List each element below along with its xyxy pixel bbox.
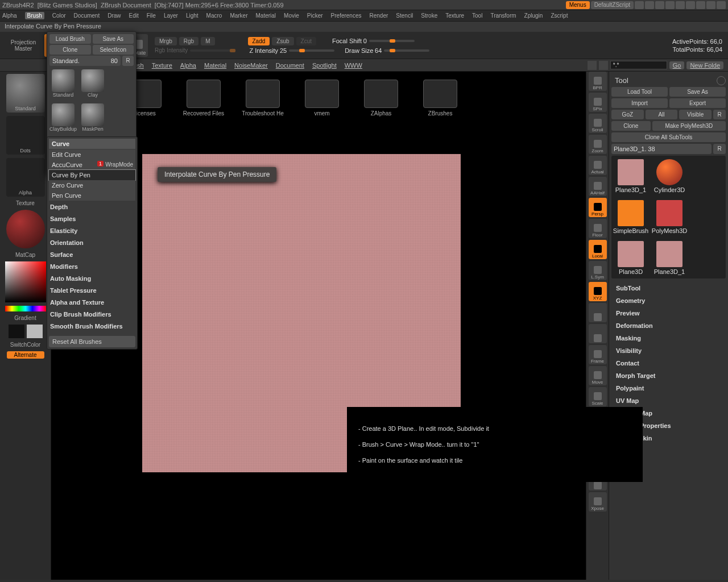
color-main[interactable] [9, 325, 24, 338]
menu-color[interactable]: Color [52, 13, 66, 19]
go-button[interactable]: Go [669, 61, 685, 69]
next-icon[interactable] [599, 61, 608, 70]
layout-btn-2[interactable] [645, 1, 654, 9]
menu-stencil[interactable]: Stencil [396, 13, 413, 19]
refresh-icon[interactable] [717, 76, 726, 85]
menu-texture[interactable]: Texture [445, 13, 464, 19]
shelf-tab-material[interactable]: Material [204, 62, 226, 69]
folder-zbrushes[interactable]: ZBrushes [417, 80, 463, 117]
clone-brush-button[interactable]: Clone [49, 45, 91, 55]
brush-swatch[interactable]: Standard [6, 74, 45, 113]
load-tool-button[interactable]: Load Tool [611, 87, 668, 97]
alpha-swatch[interactable]: Alpha [6, 158, 45, 197]
close-icon[interactable] [717, 1, 726, 9]
menu-stroke[interactable]: Stroke [421, 13, 437, 19]
layout-btn-5[interactable] [676, 1, 685, 9]
menu-document[interactable]: Document [74, 13, 100, 19]
switchcolor-label[interactable]: SwitchColor [10, 342, 40, 348]
minimize-icon[interactable] [696, 1, 705, 9]
layout-btn-3[interactable] [655, 1, 664, 9]
rgb-intensity-slider[interactable] [190, 49, 235, 52]
clone-subtools-button[interactable]: Clone All SubTools [611, 132, 726, 142]
brush-thumb-standard[interactable]: Standard [49, 69, 77, 101]
section-polypaint[interactable]: Polypaint [611, 382, 726, 394]
m-chip[interactable]: M [201, 37, 214, 45]
section-contact[interactable]: Contact [611, 357, 726, 369]
visible-button[interactable]: Visible [679, 110, 712, 119]
z-intensity-slider[interactable] [289, 49, 334, 52]
alternate-button[interactable]: Alternate [7, 351, 44, 359]
make-polymesh-button[interactable]: Make PolyMesh3D [652, 121, 726, 131]
brush-section-surface[interactable]: Surface [50, 251, 134, 258]
section-subtool[interactable]: SubTool [611, 282, 726, 294]
tool-thumb-plane3d_1[interactable]: Plane3D_1 [615, 159, 647, 193]
r-button[interactable]: R [713, 110, 726, 119]
color-secondary[interactable] [27, 325, 43, 338]
wrapmode-label[interactable]: WrapMode [105, 161, 133, 168]
section-morph-target[interactable]: Morph Target [611, 369, 726, 382]
hue-bar[interactable] [5, 306, 46, 311]
shelf-tab-www[interactable]: WWW [345, 62, 362, 69]
section-preview[interactable]: Preview [611, 307, 726, 319]
brush-thumb-maskpen[interactable]: MaskPen [79, 103, 106, 135]
tool-name-slider[interactable]: Plane3D_1. 38 [611, 144, 712, 154]
rgb-chip[interactable]: Rgb [179, 37, 198, 45]
curve-header[interactable]: Curve [49, 139, 135, 149]
tool-thumb-polymesh3d[interactable]: PolyMesh3D [653, 200, 685, 234]
menu-zscript[interactable]: Zscript [551, 13, 568, 19]
brush-section-elasticity[interactable]: Elasticity [50, 227, 134, 234]
rtool-bpr[interactable]: BPR [589, 72, 607, 91]
brush-size-slider[interactable]: Standard.80 [49, 56, 121, 66]
zadd-chip[interactable]: Zadd [248, 37, 270, 45]
menu-render[interactable]: Render [370, 13, 388, 19]
layout-btn-4[interactable] [665, 1, 675, 9]
rtool-frame[interactable]: Frame [589, 345, 607, 364]
tool-r-button[interactable]: R [713, 144, 726, 154]
prev-icon[interactable] [588, 61, 597, 70]
projection-master-button[interactable]: Projection Master [2, 39, 44, 52]
shelf-tab-texture[interactable]: Texture [152, 62, 172, 69]
folder-troubleshoot-he[interactable]: Troubleshoot He [240, 80, 286, 117]
menus-button[interactable]: Menus [566, 1, 590, 9]
brush-section-auto-masking[interactable]: Auto Masking [50, 275, 134, 282]
rtool-zoom[interactable]: Zoom [589, 135, 607, 154]
rtool-xyz[interactable]: XYZ [589, 282, 607, 301]
all-button[interactable]: All [646, 110, 678, 119]
tool-thumb-plane3d_1[interactable]: Plane3D_1 [653, 241, 685, 275]
zsub-chip[interactable]: Zsub [272, 37, 293, 45]
selecticon-button[interactable]: SelectIcon [93, 45, 134, 55]
menu-preferences[interactable]: Preferences [331, 13, 362, 19]
rtool-local[interactable]: Local [589, 240, 607, 259]
brush-section-samples[interactable]: Samples [50, 215, 134, 222]
menu-alpha[interactable]: Alpha [2, 13, 17, 19]
brush-section-alpha-and-texture[interactable]: Alpha and Texture [50, 299, 134, 306]
maximize-icon[interactable] [706, 1, 715, 9]
mrgb-chip[interactable]: Mrgb [155, 37, 177, 45]
brush-section-clip-brush-modifiers[interactable]: Clip Brush Modifiers [50, 311, 134, 318]
section-geometry[interactable]: Geometry [611, 294, 726, 307]
tool-thumb-plane3d[interactable]: Plane3D [615, 241, 647, 275]
menu-layer[interactable]: Layer [164, 13, 178, 19]
rtool-xpose[interactable]: Xpose [589, 492, 607, 512]
menu-light[interactable]: Light [186, 13, 198, 19]
menu-draw[interactable]: Draw [107, 13, 121, 19]
tool-thumb-cylinder3d[interactable]: Cylinder3D [653, 159, 685, 193]
rtool-blank[interactable] [589, 324, 607, 343]
save-as-button[interactable]: Save As [669, 87, 726, 97]
rtool-floor[interactable]: Floor [589, 219, 607, 238]
shelf-tab-noisemaker[interactable]: NoiseMaker [234, 62, 268, 69]
menu-zplugin[interactable]: Zplugin [524, 13, 543, 19]
menu-macro[interactable]: Macro [206, 13, 222, 19]
defaultzscript-button[interactable]: DefaultZScript [591, 1, 634, 9]
brush-r-button[interactable]: R [122, 56, 134, 66]
zcut-chip[interactable]: Zcut [296, 37, 316, 45]
goz-button[interactable]: GoZ [611, 110, 644, 119]
brush-section-depth[interactable]: Depth [50, 203, 134, 210]
color-picker[interactable] [5, 261, 46, 302]
menu-picker[interactable]: Picker [307, 13, 323, 19]
clone-button[interactable]: Clone [611, 121, 651, 131]
export-button[interactable]: Export [669, 98, 726, 108]
shelf-tab-document[interactable]: Document [276, 62, 304, 69]
menu-file[interactable]: File [147, 13, 156, 19]
rtool-actual[interactable]: Actual [589, 156, 607, 175]
